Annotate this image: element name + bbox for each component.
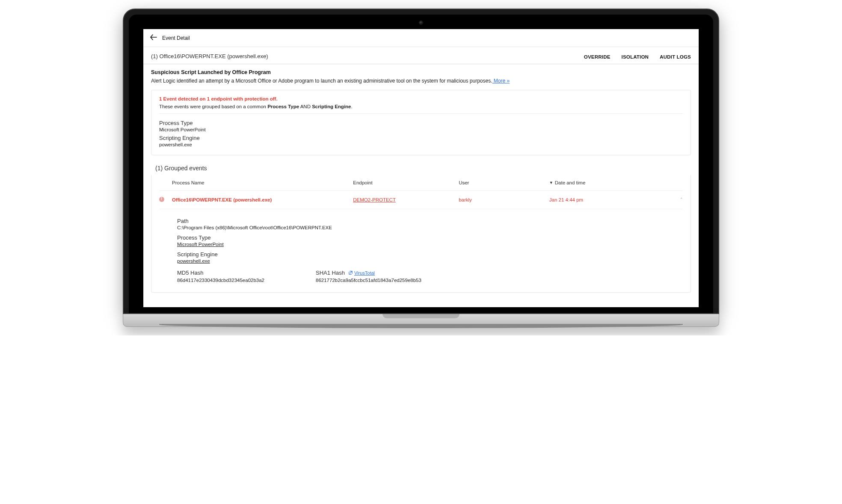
alert-description-text: Alert Logic identified an attempt by a M…	[151, 78, 492, 84]
action-tabs: OVERRIDE ISOLATION AUDIT LOGS	[584, 54, 691, 59]
more-link[interactable]: More »	[492, 78, 510, 84]
laptop-bezel: Event Detail (1) Office16\POWERPNT.EXE (…	[123, 9, 719, 314]
detail-path-label: Path	[177, 218, 683, 224]
row-endpoint-link[interactable]: DEMO2-PROTECT	[353, 197, 459, 202]
col-endpoint[interactable]: Endpoint	[353, 180, 459, 185]
md5-value: 86d4117e2330439dcbd32345ea02b3a2	[177, 278, 264, 283]
page-title: Event Detail	[162, 35, 190, 41]
detail-seng-label: Scripting Engine	[177, 251, 683, 258]
laptop-base	[123, 314, 719, 327]
col-process[interactable]: Process Name	[172, 180, 353, 185]
grouping-pre: These events were grouped based on a com…	[159, 104, 267, 109]
row-datetime: Jan 21 4:44 pm	[549, 197, 670, 202]
subheader: (1) Office16\POWERPNT.EXE (powershell.ex…	[143, 47, 699, 64]
laptop-mockup: Event Detail (1) Office16\POWERPNT.EXE (…	[123, 9, 719, 327]
sha1-label-text: SHA1 Hash	[316, 270, 345, 276]
divider	[159, 113, 683, 114]
override-tab[interactable]: OVERRIDE	[584, 54, 611, 59]
hash-row: MD5 Hash 86d4117e2330439dcbd32345ea02b3a…	[177, 270, 683, 283]
alert-description: Alert Logic identified an attempt by a M…	[151, 78, 691, 84]
detail-ptype-label: Process Type	[177, 234, 683, 241]
chevron-up-icon[interactable]: ˄	[670, 197, 683, 203]
row-details: Path C:\Program Files (x86)\Microsoft Of…	[159, 209, 683, 283]
alert-section: Suspicious Script Launched by Office Pro…	[143, 64, 699, 84]
md5-label: MD5 Hash	[177, 270, 203, 276]
alert-title: Suspicious Script Launched by Office Pro…	[151, 69, 691, 75]
row-user: barkly	[459, 197, 549, 202]
isolation-tab[interactable]: ISOLATION	[622, 54, 649, 59]
external-link-icon	[348, 270, 353, 275]
table-row[interactable]: Office16\POWERPNT.EXE (powershell.exe) D…	[159, 191, 683, 209]
table-header: Process Name Endpoint User ▼ Date and ti…	[159, 175, 683, 191]
laptop-foot	[159, 324, 683, 328]
sha1-block: SHA1 Hash VirusTotal 8621772b2ca9a5fccbc…	[316, 270, 421, 283]
process-type-label: Process Type	[159, 120, 683, 126]
md5-block: MD5 Hash 86d4117e2330439dcbd32345ea02b3a…	[177, 270, 264, 283]
grouping-post: .	[351, 104, 353, 109]
col-datetime[interactable]: ▼ Date and time	[549, 180, 670, 185]
topbar: Event Detail	[143, 29, 699, 47]
detail-seng-value[interactable]: powershell.exe	[177, 258, 683, 264]
event-identifier: (1) Office16\POWERPNT.EXE (powershell.ex…	[151, 53, 268, 59]
grouped-events-title: (1) Grouped events	[143, 155, 699, 175]
back-arrow-icon[interactable]	[150, 34, 157, 42]
sha1-value: 8621772b2ca9a5fccbc51afd1843a7ed259e8b53	[316, 278, 421, 283]
grouping-scripting-engine: Scripting Engine	[312, 104, 351, 109]
virustotal-link[interactable]: VirusTotal	[348, 270, 375, 276]
app-screen: Event Detail (1) Office16\POWERPNT.EXE (…	[143, 29, 699, 307]
sha1-label: SHA1 Hash VirusTotal	[316, 270, 375, 276]
col-datetime-label: Date and time	[555, 180, 586, 185]
sort-descending-icon: ▼	[549, 181, 553, 185]
detail-path-value: C:\Program Files (x86)\Microsoft Office\…	[177, 225, 683, 230]
grouping-process-type: Process Type	[267, 104, 299, 109]
camera-icon	[419, 21, 423, 25]
detail-ptype-value[interactable]: Microsoft PowerPoint	[177, 242, 683, 247]
laptop-inner-bezel: Event Detail (1) Office16\POWERPNT.EXE (…	[129, 15, 713, 313]
scripting-engine-label: Scripting Engine	[159, 135, 683, 141]
process-type-value: Microsoft PowerPoint	[159, 127, 683, 132]
alert-icon	[159, 197, 172, 203]
laptop-notch	[382, 314, 460, 318]
grouped-events-table: Process Name Endpoint User ▼ Date and ti…	[151, 175, 691, 293]
row-process: Office16\POWERPNT.EXE (powershell.exe)	[172, 197, 353, 202]
protection-off-banner: 1 Event detected on 1 endpoint with prot…	[159, 96, 683, 101]
audit-logs-tab[interactable]: AUDIT LOGS	[660, 54, 691, 59]
summary-card: 1 Event detected on 1 endpoint with prot…	[151, 90, 691, 155]
grouping-mid: AND	[299, 104, 312, 109]
col-user[interactable]: User	[459, 180, 549, 185]
grouping-explainer: These events were grouped based on a com…	[159, 104, 683, 109]
scripting-engine-value: powershell.exe	[159, 142, 683, 147]
virustotal-text: VirusTotal	[354, 270, 375, 276]
